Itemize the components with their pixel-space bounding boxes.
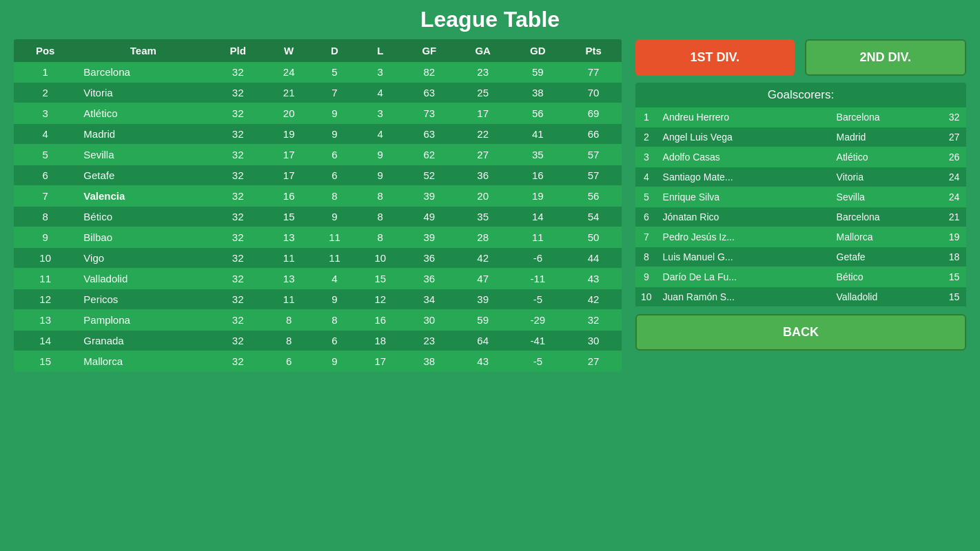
- table-cell: 38: [403, 351, 456, 372]
- goalscorer-row: 4Santiago Mate...Vitoria24: [635, 167, 966, 187]
- table-cell: 20: [456, 186, 511, 207]
- goalscorer-row: 5Enrique SilvaSevilla24: [635, 187, 966, 207]
- table-cell: 3: [358, 62, 403, 83]
- table-cell: 43: [456, 351, 511, 372]
- table-header-gf: GF: [403, 39, 456, 62]
- team-name-cell: Mallorca: [76, 351, 210, 372]
- table-cell: 27: [456, 145, 511, 165]
- goalscorer-goals: 27: [942, 127, 966, 147]
- table-cell: 36: [403, 248, 456, 269]
- table-cell: 36: [456, 165, 511, 186]
- goalscorer-name: Andreu Herrero: [657, 107, 831, 127]
- table-cell: 3: [358, 103, 403, 124]
- goalscorer-goals: 32: [942, 107, 966, 127]
- table-cell: 14: [14, 331, 76, 351]
- table-cell: 32: [210, 165, 266, 186]
- league-table: PosTeamPldWDLGFGAGDPts 1Barcelona3224538…: [14, 39, 622, 372]
- table-row: 5Sevilla32176962273557: [14, 145, 622, 165]
- team-name-cell: Vitoria: [76, 83, 210, 103]
- table-cell: 16: [358, 310, 403, 331]
- table-cell: 57: [565, 145, 622, 165]
- table-header-d: D: [312, 39, 357, 62]
- team-name-cell: Bilbao: [76, 227, 210, 248]
- goalscorer-team: Atlético: [831, 147, 942, 167]
- table-cell: 56: [565, 186, 622, 207]
- table-header-pld: Pld: [210, 39, 266, 62]
- main-content: PosTeamPldWDLGFGAGDPts 1Barcelona3224538…: [14, 39, 966, 372]
- team-name-cell: Vigo: [76, 248, 210, 269]
- table-cell: 10: [358, 248, 403, 269]
- goalscorer-row: 10Juan Ramón S...Valladolid15: [635, 287, 966, 307]
- table-cell: 7: [14, 186, 76, 207]
- table-cell: 32: [210, 145, 266, 165]
- table-row: 13Pamplona3288163059-2932: [14, 310, 622, 331]
- goalscorer-row: 7Pedro Jesús Iz...Mallorca19: [635, 227, 966, 247]
- table-cell: 69: [565, 103, 622, 124]
- table-cell: 23: [403, 331, 456, 351]
- table-cell: 6: [14, 165, 76, 186]
- team-name-cell: Getafe: [76, 165, 210, 186]
- table-cell: 4: [312, 269, 357, 289]
- goalscorer-name: Enrique Silva: [657, 187, 831, 207]
- table-cell: 49: [403, 207, 456, 227]
- second-div-button[interactable]: 2ND DIV.: [805, 39, 967, 76]
- table-cell: 6: [312, 165, 357, 186]
- goalscorers-table: 1Andreu HerreroBarcelona322Angel Luis Ve…: [635, 107, 966, 307]
- page-title: League Table: [420, 7, 560, 32]
- table-cell: 11: [312, 248, 357, 269]
- table-row: 3Atlético32209373175669: [14, 103, 622, 124]
- team-name-cell: Atlético: [76, 103, 210, 124]
- table-row: 7Valencia32168839201956: [14, 186, 622, 207]
- table-cell: 41: [511, 124, 566, 145]
- goalscorer-name: Adolfo Casas: [657, 147, 831, 167]
- table-cell: 8: [358, 186, 403, 207]
- table-cell: 11: [511, 227, 566, 248]
- table-cell: 70: [565, 83, 622, 103]
- goalscorer-goals: 15: [942, 267, 966, 287]
- table-cell: 9: [312, 289, 357, 310]
- table-cell: 15: [358, 269, 403, 289]
- goalscorer-name: Angel Luis Vega: [657, 127, 831, 147]
- table-cell: 30: [403, 310, 456, 331]
- table-cell: 32: [210, 227, 266, 248]
- table-cell: 6: [312, 331, 357, 351]
- league-table-container: PosTeamPldWDLGFGAGDPts 1Barcelona3224538…: [14, 39, 622, 372]
- goalscorer-row: 9Darío De La Fu...Bético15: [635, 267, 966, 287]
- table-cell: 32: [210, 83, 266, 103]
- table-cell: 5: [312, 62, 357, 83]
- goalscorers-section: Goalscorers: 1Andreu HerreroBarcelona322…: [635, 83, 966, 307]
- first-div-button[interactable]: 1ST DIV.: [635, 39, 795, 76]
- table-cell: 64: [456, 331, 511, 351]
- goalscorer-row: 1Andreu HerreroBarcelona32: [635, 107, 966, 127]
- team-name-cell: Granada: [76, 331, 210, 351]
- team-name-cell: Pamplona: [76, 310, 210, 331]
- goalscorer-team: Bético: [831, 267, 942, 287]
- table-cell: 32: [210, 289, 266, 310]
- goalscorer-pos: 6: [635, 207, 657, 227]
- table-cell: 11: [266, 289, 312, 310]
- right-panel: 1ST DIV. 2ND DIV. Goalscorers: 1Andreu H…: [635, 39, 966, 351]
- table-cell: 30: [565, 331, 622, 351]
- table-cell: 50: [565, 227, 622, 248]
- goalscorer-name: Juan Ramón S...: [657, 287, 831, 307]
- goalscorer-goals: 15: [942, 287, 966, 307]
- table-cell: 19: [266, 124, 312, 145]
- back-button[interactable]: BACK: [635, 314, 966, 351]
- table-cell: 21: [266, 83, 312, 103]
- table-cell: -41: [511, 331, 566, 351]
- table-cell: 9: [312, 351, 357, 372]
- goalscorers-title: Goalscorers:: [635, 83, 966, 107]
- table-cell: 32: [210, 248, 266, 269]
- table-row: 6Getafe32176952361657: [14, 165, 622, 186]
- table-cell: 59: [456, 310, 511, 331]
- table-cell: 16: [511, 165, 566, 186]
- goalscorer-team: Getafe: [831, 247, 942, 267]
- table-cell: 38: [511, 83, 566, 103]
- table-cell: 9: [312, 124, 357, 145]
- table-cell: 35: [456, 207, 511, 227]
- table-cell: 4: [14, 124, 76, 145]
- table-cell: 8: [266, 310, 312, 331]
- table-cell: -11: [511, 269, 566, 289]
- table-row: 2Vitoria32217463253870: [14, 83, 622, 103]
- table-cell: 1: [14, 62, 76, 83]
